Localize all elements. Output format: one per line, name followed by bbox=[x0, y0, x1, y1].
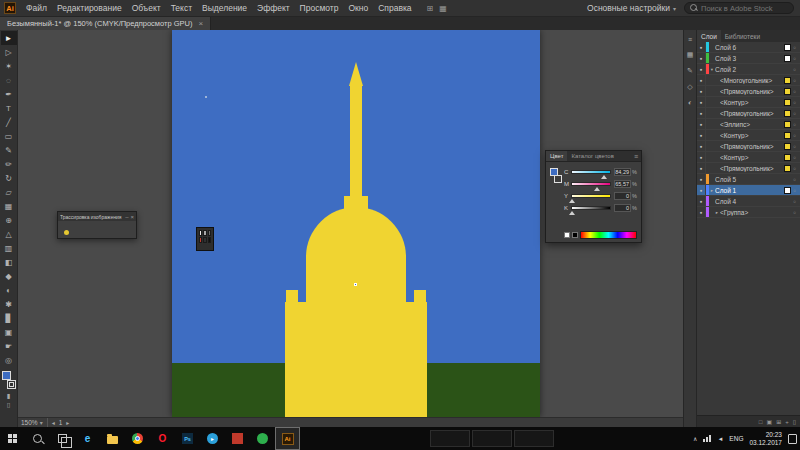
target-circle-icon[interactable]: ○ bbox=[791, 210, 798, 215]
swatch-cell[interactable] bbox=[203, 230, 206, 236]
tray-expand-icon[interactable]: ∧ bbox=[693, 435, 697, 442]
perspective-grid-tool[interactable]: △ bbox=[1, 227, 17, 241]
mini-swatch-popup[interactable] bbox=[196, 227, 214, 251]
menu-item-7[interactable]: Просмотр bbox=[295, 3, 344, 13]
taskbar-app-telegram[interactable]: ▸ bbox=[200, 427, 225, 450]
delete-layer-button[interactable]: ▯ bbox=[793, 418, 796, 425]
slider-thumb-icon[interactable] bbox=[601, 175, 607, 179]
column-graph-tool[interactable]: ▊ bbox=[1, 311, 17, 325]
visibility-eye-icon[interactable]: ● bbox=[697, 97, 706, 107]
c-value-field[interactable]: 84,29 bbox=[614, 168, 631, 176]
m-channel-slider[interactable] bbox=[571, 182, 611, 186]
menu-item-2[interactable]: Редактирование bbox=[52, 3, 127, 13]
selection-tool[interactable]: ► bbox=[1, 31, 17, 45]
panel-menu-icon[interactable]: ≡ bbox=[634, 153, 641, 160]
image-trace-header[interactable]: Трассировка изображения – × bbox=[58, 212, 136, 221]
c-channel-slider[interactable] bbox=[571, 170, 611, 174]
menu-item-3[interactable]: Объект bbox=[127, 3, 166, 13]
building-spire-tip-shape[interactable] bbox=[349, 62, 363, 86]
target-circle-icon[interactable]: ○ bbox=[791, 67, 798, 72]
visibility-eye-icon[interactable]: ● bbox=[697, 185, 706, 195]
taskbar-app-file-explorer[interactable] bbox=[100, 427, 125, 450]
taskbar-app-illustrator[interactable]: Ai bbox=[275, 427, 300, 450]
stroke-swatch[interactable] bbox=[554, 175, 562, 183]
prev-artboard-button[interactable]: ◂ bbox=[52, 419, 55, 426]
layer-object-row[interactable]: ●<Прямоугольник>○ bbox=[697, 108, 800, 119]
target-circle-icon[interactable]: ○ bbox=[791, 56, 798, 61]
layer-object-row[interactable]: ●<Контур>○ bbox=[697, 152, 800, 163]
slider-thumb-icon[interactable] bbox=[569, 199, 575, 203]
layer-row[interactable]: ●▸Слой 1○ bbox=[697, 185, 800, 196]
rotate-tool[interactable]: ↻ bbox=[1, 171, 17, 185]
taskbar-app-photoshop[interactable]: Ps bbox=[175, 427, 200, 450]
layer-object-row[interactable]: ●<Прямоугольник>○ bbox=[697, 163, 800, 174]
visibility-eye-icon[interactable]: ● bbox=[697, 141, 706, 151]
swatches-panel-icon[interactable]: ▦ bbox=[685, 51, 696, 59]
fill-swatch[interactable] bbox=[550, 168, 558, 176]
taskbar-window-button[interactable] bbox=[430, 430, 470, 447]
taskbar-app-opera[interactable]: O bbox=[150, 427, 175, 450]
eyedropper-tool[interactable]: ◆ bbox=[1, 269, 17, 283]
layer-object-row[interactable]: ●<Контур>○ bbox=[697, 130, 800, 141]
language-indicator[interactable]: ENG bbox=[729, 435, 743, 442]
close-icon[interactable]: × bbox=[198, 19, 203, 28]
anchor-point[interactable] bbox=[354, 283, 357, 286]
scale-tool[interactable]: ▱ bbox=[1, 185, 17, 199]
menu-item-1[interactable]: Файл bbox=[21, 3, 52, 13]
stroke-swatch[interactable] bbox=[7, 380, 16, 389]
target-circle-icon[interactable]: ○ bbox=[791, 89, 798, 94]
layer-object-row[interactable]: ●<Многоугольник>○ bbox=[697, 75, 800, 86]
gradient-tool[interactable]: ◧ bbox=[1, 255, 17, 269]
k-value-field[interactable]: 0 bbox=[614, 204, 631, 212]
taskbar-window-button[interactable] bbox=[514, 430, 554, 447]
visibility-eye-icon[interactable]: ● bbox=[697, 130, 706, 140]
building-left-notch-shape[interactable] bbox=[286, 290, 298, 303]
action-center-icon[interactable] bbox=[788, 434, 797, 444]
taskbar-clock[interactable]: 20:23 03.12.2017 bbox=[749, 431, 782, 446]
stock-search[interactable] bbox=[684, 2, 794, 14]
pen-tool[interactable]: ✒ bbox=[1, 87, 17, 101]
rectangle-tool[interactable]: ▭ bbox=[1, 129, 17, 143]
collect-for-export-button[interactable]: □ bbox=[759, 419, 763, 425]
menubar-extra-icon-2[interactable]: ▦ bbox=[439, 4, 447, 13]
target-circle-icon[interactable]: ○ bbox=[791, 166, 798, 171]
visibility-eye-icon[interactable]: ● bbox=[697, 174, 706, 184]
layer-row[interactable]: ●▾Слой 2○ bbox=[697, 64, 800, 75]
building-right-notch-shape[interactable] bbox=[414, 290, 426, 303]
fill-stroke-widget[interactable] bbox=[1, 370, 16, 390]
menubar-extra-icon-1[interactable]: ⊞ bbox=[427, 4, 434, 13]
free-transform-tool[interactable]: ▦ bbox=[1, 199, 17, 213]
visibility-eye-icon[interactable]: ● bbox=[697, 207, 706, 217]
visibility-eye-icon[interactable]: ● bbox=[697, 152, 706, 162]
k-channel-slider[interactable] bbox=[571, 206, 611, 210]
taskbar-search-button[interactable] bbox=[25, 427, 50, 450]
line-segment-tool[interactable]: ╱ bbox=[1, 115, 17, 129]
target-circle-icon[interactable]: ○ bbox=[791, 177, 798, 182]
slider-thumb-icon[interactable] bbox=[594, 187, 600, 191]
m-value-field[interactable]: 65,57 bbox=[614, 180, 631, 188]
layer-object-row[interactable]: ●<Контур>○ bbox=[697, 97, 800, 108]
black-swatch[interactable] bbox=[572, 232, 578, 238]
new-sublayer-button[interactable]: ⊞ bbox=[776, 418, 781, 425]
paintbrush-tool[interactable]: ✎ bbox=[1, 143, 17, 157]
layer-row[interactable]: ●Слой 3○ bbox=[697, 53, 800, 64]
tab-color[interactable]: Цвет bbox=[546, 151, 567, 161]
taskbar-app-green-app[interactable] bbox=[250, 427, 275, 450]
new-layer-button[interactable]: + bbox=[785, 419, 789, 425]
target-circle-icon[interactable]: ○ bbox=[791, 100, 798, 105]
volume-icon[interactable]: ◄ bbox=[717, 436, 723, 442]
artboard-tool[interactable]: ▣ bbox=[1, 325, 17, 339]
layer-object-row[interactable]: ●<Эллипс>○ bbox=[697, 119, 800, 130]
zoom-dropdown[interactable]: 150% ▾ bbox=[21, 418, 48, 427]
swatch-cell[interactable] bbox=[199, 237, 202, 243]
app-logo-icon[interactable]: Ai bbox=[4, 2, 16, 14]
symbols-panel-icon[interactable]: ◇ bbox=[685, 83, 696, 91]
target-circle-icon[interactable]: ○ bbox=[791, 111, 798, 116]
properties-panel-icon[interactable]: ≡ bbox=[685, 36, 696, 43]
y-channel-slider[interactable] bbox=[571, 194, 611, 198]
network-icon[interactable] bbox=[703, 435, 711, 442]
lasso-tool[interactable]: ◌ bbox=[1, 73, 17, 87]
taskbar-app-chrome[interactable] bbox=[125, 427, 150, 450]
slider-thumb-icon[interactable] bbox=[569, 211, 575, 215]
mesh-tool[interactable]: ▥ bbox=[1, 241, 17, 255]
